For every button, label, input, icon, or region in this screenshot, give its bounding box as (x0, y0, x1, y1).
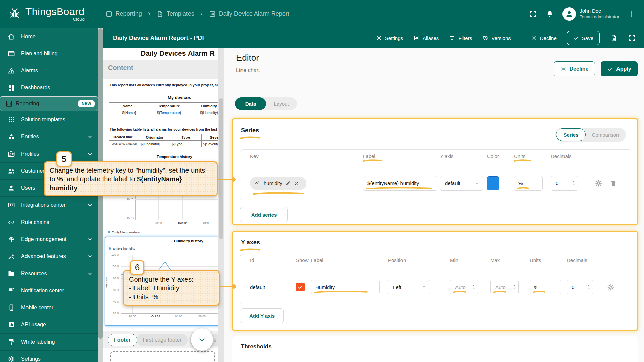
tab-data[interactable]: Data (235, 97, 266, 110)
stepper-up-icon[interactable] (512, 284, 516, 287)
delete-series-trash-icon[interactable] (609, 179, 618, 187)
toggle-comparison[interactable]: Comparison (586, 128, 625, 141)
sidebar-item-notification-center[interactable]: Notification center (0, 282, 98, 299)
decline-button-editor[interactable]: Decline (554, 61, 595, 76)
apply-button[interactable]: Apply (601, 61, 638, 76)
sidebar-item-dashboards[interactable]: Dashboards (0, 79, 98, 96)
key-field-underline (250, 198, 357, 198)
preview-scrollbar-thumb[interactable] (219, 98, 223, 239)
report-toolbar: Daily Device Alarm Report - PDF Settings… (103, 28, 644, 48)
stepper-up-icon[interactable] (472, 284, 476, 287)
shapes-icon (7, 133, 15, 141)
position-select[interactable]: Left (388, 280, 430, 294)
sidebar-item-entities[interactable]: Entities (0, 128, 98, 145)
y-axis-id: default (250, 284, 265, 290)
y-axis-label-input[interactable] (315, 284, 375, 290)
editor-title: Editor (236, 53, 259, 63)
column-header-yaxis: Y axis (440, 153, 454, 159)
sidebar-item-reporting[interactable]: ReportingNEW (0, 96, 98, 111)
filters-button[interactable]: Filters (449, 35, 472, 41)
editor-subtitle: Line chart (236, 67, 260, 73)
stepper-down-icon[interactable] (572, 183, 576, 187)
fullscreen-icon[interactable] (529, 10, 537, 18)
sidebar-item-plan-billing[interactable]: Plan and billing (0, 45, 98, 62)
gear-icon (7, 355, 15, 362)
sidebar-item-white-labeling[interactable]: White labeling (0, 333, 98, 350)
editor-divider (224, 90, 644, 90)
decline-button-toolbar[interactable]: Decline (531, 35, 557, 41)
notifications-bell-icon[interactable] (546, 10, 554, 18)
add-series-button[interactable]: Add series (240, 207, 288, 222)
y-axis-units-input[interactable] (534, 284, 557, 290)
first-page-footer-tab[interactable]: First page footer (137, 334, 188, 346)
sidebar-item-integrations-center[interactable]: Integrations center (0, 196, 98, 214)
sidebar-item-settings[interactable]: Settings (0, 350, 98, 362)
y-axis-decimals-stepper[interactable]: 0 (567, 280, 593, 294)
yellow-underline (240, 136, 260, 139)
series-label-input[interactable] (367, 180, 433, 186)
remove-key-icon[interactable] (294, 181, 299, 186)
chevron-down-icon (87, 133, 93, 140)
series-units-input[interactable] (518, 180, 538, 186)
preview-scrollbar[interactable] (218, 48, 224, 362)
stepper-down-icon[interactable] (587, 287, 591, 291)
step-5-callout: Change the telemetry key to "humidity", … (44, 161, 218, 196)
sidebar-item-profiles[interactable]: Profiles (0, 145, 98, 162)
series-decimals-stepper[interactable]: 0 (551, 176, 578, 191)
table-cell: ${Name} (109, 109, 149, 116)
versions-button[interactable]: Versions (482, 35, 511, 41)
toolbar-divider (521, 33, 521, 43)
sidebar-item-solution-templates[interactable]: Solution templates (0, 111, 98, 128)
sidebar-item-home[interactable]: Home (0, 28, 98, 45)
user-name: John Doe (580, 8, 619, 14)
brand-logo[interactable]: ThingsBoard Cloud (7, 6, 85, 22)
temp-chart-gridline (135, 218, 218, 218)
scroll-down-fab[interactable] (191, 328, 213, 351)
breadcrumb-templates[interactable]: Templates (156, 10, 194, 18)
temp-chart-title: Temperature history (157, 155, 192, 159)
chip-label: First page footer (143, 337, 182, 343)
footer-placeholder-dashed[interactable] (110, 351, 215, 362)
series-key-chip[interactable]: humidity (250, 177, 306, 190)
chevron-down-icon (197, 335, 207, 345)
tools-icon (7, 252, 15, 260)
series-settings-gear-icon[interactable] (594, 179, 603, 187)
sidebar-item-rule-chains[interactable]: Rule chains (0, 214, 98, 231)
temp-chart-legend[interactable]: Entity1 temperature (108, 230, 140, 234)
series-color-swatch[interactable] (487, 176, 499, 190)
show-checkbox-checked[interactable] (296, 283, 305, 291)
sidebar-item-advanced-features[interactable]: Advanced features (0, 248, 98, 265)
add-y-axis-button[interactable]: Add Y axis (240, 308, 284, 323)
stepper-down-icon[interactable] (472, 287, 476, 291)
footer-tab-selected[interactable]: Footer (108, 334, 137, 346)
table-header-cell: Type (170, 134, 201, 140)
toggle-label: Series (563, 132, 578, 138)
sidebar-item-edge-management[interactable]: Edge management (0, 231, 98, 248)
stepper-up-icon[interactable] (572, 180, 576, 183)
user-menu[interactable]: John Doe Tenant administrator (562, 7, 619, 21)
stepper-down-icon[interactable] (512, 287, 516, 291)
expand-fullscreen-icon[interactable] (628, 34, 636, 42)
toggle-series[interactable]: Series (556, 128, 586, 141)
max-stepper[interactable]: Auto (490, 280, 519, 294)
generate-report-icon[interactable] (610, 34, 618, 42)
series-yaxis-select[interactable]: default (440, 176, 483, 191)
edit-pencil-icon[interactable] (285, 180, 291, 186)
settings-button[interactable]: Settings (376, 35, 403, 41)
breadcrumb-reporting[interactable]: Reporting (105, 10, 142, 18)
stepper-up-icon[interactable] (587, 284, 591, 287)
aliases-button[interactable]: Aliases (413, 35, 439, 41)
step-6-connector-dot (232, 284, 236, 289)
sidebar-item-alarms[interactable]: Alarms (0, 62, 98, 79)
tab-layout[interactable]: Layout (266, 97, 297, 110)
sidebar-item-api-usage[interactable]: API usage (0, 316, 98, 333)
y-axis-settings-gear-icon[interactable] (607, 283, 615, 291)
breadcrumb-current-report[interactable]: Daily Device Alarm Report (209, 10, 289, 18)
humidity-chart-legend[interactable]: Entity1 humidity (109, 247, 135, 250)
yellow-underline (240, 248, 260, 251)
kebab-menu-icon[interactable] (628, 10, 635, 18)
sidebar-item-mobile-center[interactable]: Mobile center (0, 299, 98, 316)
save-button[interactable]: Save (567, 31, 600, 45)
sidebar-item-resources[interactable]: Resources (0, 265, 98, 282)
min-stepper[interactable]: Auto (450, 280, 478, 294)
